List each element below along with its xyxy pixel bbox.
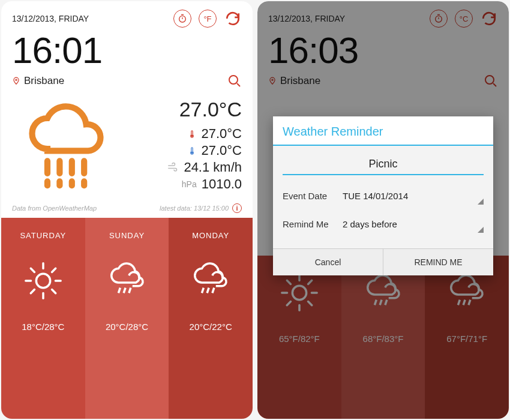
forecast-day-2[interactable]: SUNDAY 20°C/28°C <box>85 218 169 419</box>
location[interactable]: Brisbane <box>268 75 320 87</box>
data-source-row: Data from OpenWeatherMap latest data: 13… <box>1 200 253 218</box>
reminder-dialog: Weather Reminder Event Date TUE 14/01/20… <box>273 116 493 275</box>
svg-line-37 <box>308 301 311 305</box>
search-icon[interactable] <box>227 74 242 88</box>
forecast-temps: 67°F/71°F <box>446 334 487 344</box>
header-area: 13/12/2013, FRIDAY °F 16:01 Brisbane <box>1 1 253 92</box>
svg-point-11 <box>191 135 193 136</box>
svg-line-42 <box>385 299 386 305</box>
unit-toggle-button[interactable]: °F <box>199 10 217 28</box>
location-name: Brisbane <box>24 75 64 87</box>
forecast-day-1[interactable]: SATURDAY 18°C/28°C <box>1 218 85 419</box>
svg-point-30 <box>485 76 494 84</box>
remind-label: Remind Me <box>283 219 343 229</box>
current-weather: 27.0°C 27.0°C 27.0°C 24.1 km/h h <box>1 92 253 200</box>
unit-toggle-button[interactable]: °C <box>455 10 473 28</box>
svg-point-28 <box>436 16 442 22</box>
forecast-row: SATURDAY 18°C/28°C SUNDAY 20°C/28°C MOND… <box>1 218 253 419</box>
dialog-buttons: Cancel REMIND ME <box>273 248 493 275</box>
svg-line-20 <box>31 290 34 293</box>
weather-icon <box>12 98 124 200</box>
forecast-temps: 20°C/28°C <box>106 322 148 332</box>
low-temp-row: 27.0°C <box>188 143 242 158</box>
forecast-row: 65°F/82°F 68°F/83°F 67°F/71°F <box>257 256 509 419</box>
svg-line-26 <box>207 288 209 293</box>
svg-point-29 <box>272 79 273 80</box>
forecast-day-label: SATURDAY <box>20 231 66 240</box>
timer-icon[interactable] <box>173 10 191 28</box>
svg-line-22 <box>118 288 120 293</box>
svg-line-38 <box>287 301 290 305</box>
clock-time: 16:03 <box>268 29 498 71</box>
svg-line-43 <box>458 299 460 305</box>
event-date-label: Event Date <box>283 191 343 201</box>
remind-picker[interactable]: 2 days before <box>343 217 484 232</box>
toolbar-icons: °F <box>173 10 242 28</box>
refresh-icon[interactable] <box>224 10 242 28</box>
svg-point-2 <box>229 76 238 84</box>
timer-icon[interactable] <box>430 10 448 28</box>
search-icon[interactable] <box>484 74 498 88</box>
sun-icon <box>22 257 64 305</box>
info-icon[interactable]: i <box>232 203 242 213</box>
forecast-day-2[interactable]: 68°F/83°F <box>341 256 425 419</box>
svg-line-25 <box>202 288 204 293</box>
latest-data: latest data: 13/12 15:00 <box>160 205 229 212</box>
pin-icon <box>268 76 277 86</box>
cloud-rain-icon <box>104 257 151 305</box>
pressure-unit: hPa <box>182 179 197 189</box>
forecast-temps: 20°C/22°C <box>190 322 232 332</box>
high-temp-row: 27.0°C <box>188 126 242 142</box>
event-name-input[interactable] <box>283 154 484 175</box>
forecast-temps: 65°F/82°F <box>279 334 320 344</box>
svg-line-23 <box>124 288 125 293</box>
forecast-day-label: SUNDAY <box>109 231 145 240</box>
sun-icon <box>278 269 320 317</box>
forecast-day-3[interactable]: 67°F/71°F <box>425 256 509 419</box>
cloud-rain-icon <box>187 257 234 305</box>
pressure-row: hPa 1010.0 <box>182 176 242 192</box>
date-label: 13/12/2013, FRIDAY <box>268 14 345 23</box>
location[interactable]: Brisbane <box>12 75 64 87</box>
svg-line-39 <box>308 280 311 284</box>
remind-me-button[interactable]: REMIND ME <box>383 249 493 275</box>
pressure-value: 1010.0 <box>202 176 242 192</box>
high-temp: 27.0°C <box>201 126 242 142</box>
forecast-temps: 68°F/83°F <box>363 334 404 344</box>
refresh-icon[interactable] <box>480 10 498 28</box>
cancel-button[interactable]: Cancel <box>273 249 383 275</box>
cloud-rain-icon <box>360 269 407 317</box>
pin-icon <box>12 76 20 86</box>
location-row: Brisbane <box>12 74 242 88</box>
svg-line-21 <box>52 268 55 272</box>
cloud-rain-icon <box>443 269 490 317</box>
wind-icon <box>166 162 179 173</box>
weather-screen-dialog: 13/12/2013, FRIDAY °C 16:03 Brisbane <box>257 1 509 419</box>
remind-me-row: Remind Me 2 days before <box>283 217 484 232</box>
wind-row: 24.1 km/h <box>166 160 242 175</box>
current-temp: 27.0°C <box>179 98 242 121</box>
wind-value: 24.1 km/h <box>184 160 242 175</box>
date-label: 13/12/2013, FRIDAY <box>12 14 89 23</box>
svg-line-24 <box>128 288 130 293</box>
weather-screen-main: 13/12/2013, FRIDAY °F 16:01 Brisbane <box>1 1 253 419</box>
svg-line-18 <box>31 268 34 272</box>
data-source: Data from OpenWeatherMap <box>12 205 97 212</box>
date-row: 13/12/2013, FRIDAY °F <box>12 10 242 28</box>
forecast-day-3[interactable]: MONDAY 20°C/22°C <box>169 218 253 419</box>
forecast-temps: 18°C/28°C <box>22 322 64 332</box>
svg-point-13 <box>36 274 50 287</box>
weather-data: 27.0°C 27.0°C 27.0°C 24.1 km/h h <box>130 98 242 200</box>
svg-line-45 <box>469 299 470 305</box>
svg-point-12 <box>191 152 193 153</box>
svg-line-27 <box>212 288 214 293</box>
svg-point-0 <box>179 16 186 22</box>
forecast-day-1[interactable]: 65°F/82°F <box>257 256 341 419</box>
event-date-picker[interactable]: TUE 14/01/2014 <box>343 188 484 203</box>
location-name: Brisbane <box>280 75 320 87</box>
forecast-day-label: MONDAY <box>192 231 229 240</box>
svg-line-40 <box>374 299 376 305</box>
header-area: 13/12/2013, FRIDAY °C 16:03 Brisbane <box>257 1 509 92</box>
low-temp: 27.0°C <box>201 143 242 158</box>
svg-line-41 <box>380 299 382 305</box>
